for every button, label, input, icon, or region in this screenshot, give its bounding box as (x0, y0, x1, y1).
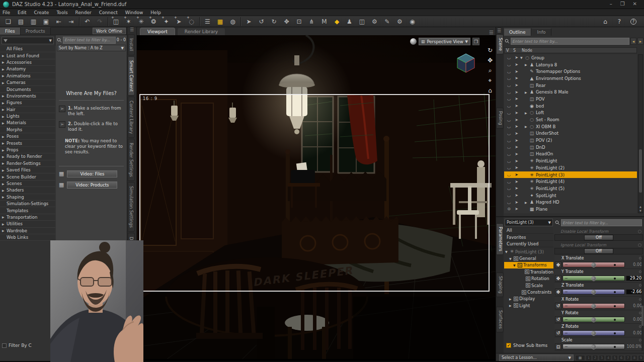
menu-item[interactable]: Create (34, 10, 49, 15)
scrollbar-thumb[interactable] (639, 149, 642, 193)
category-item[interactable]: Simulation-Settings (0, 201, 55, 207)
slider-track[interactable]: − (562, 317, 625, 322)
node-selection-tool-icon[interactable]: ➤ (243, 17, 255, 26)
category-item[interactable]: ▶ Cameras (0, 79, 55, 86)
param-tree-item[interactable]: ▼ ✳ PointLight (3) (504, 248, 553, 255)
selectability-toggle-icon[interactable]: ➤ (513, 131, 520, 136)
selectability-toggle-icon[interactable]: ➤ (513, 118, 520, 122)
viewport-pane-menu-icon[interactable]: ☰ (489, 30, 494, 35)
render-icon[interactable]: ◉ (406, 17, 419, 26)
selectability-toggle-icon[interactable]: ➤ (513, 179, 520, 184)
category-item[interactable]: ▶ Saved Files (0, 167, 55, 173)
slider-increment[interactable] (614, 264, 616, 266)
slider-value[interactable]: 0.00 (626, 331, 642, 335)
expand-arrow-icon[interactable]: ▶ (525, 111, 529, 115)
side-tab-scene[interactable]: Scene (496, 34, 504, 54)
orbit-tool-icon[interactable]: ↻ (268, 17, 280, 26)
maximize-button[interactable]: ❐ (620, 1, 625, 7)
selectability-toggle-icon[interactable]: ➤ (513, 90, 520, 95)
visibility-toggle-icon[interactable]: ◡ (505, 90, 513, 95)
render-settings-gear-icon[interactable]: ⚙ (393, 17, 406, 26)
side-tab-shaping[interactable]: Shaping (496, 273, 504, 297)
param-tree-item[interactable]: ▶ G Display (504, 296, 553, 302)
lesson-page-button[interactable]: 7 (625, 355, 631, 361)
scene-node-row[interactable]: ◡ ➤ ▶ ♟ Latonya 8 (504, 61, 637, 68)
selectability-toggle-icon[interactable]: ➤ (513, 138, 520, 143)
camera-selector-dropdown[interactable]: ⊞ Perspective View ▼ (419, 38, 470, 45)
slider-value[interactable]: -2.66 (626, 289, 642, 295)
selectability-toggle-icon[interactable]: ➤ (513, 152, 520, 156)
filter-prev-button[interactable]: ◂ (630, 38, 636, 45)
category-item[interactable]: ▶ Hair (0, 107, 55, 113)
visibility-toggle-icon[interactable]: ◡ (505, 152, 513, 156)
expand-arrow-icon[interactable]: ▼ (509, 257, 513, 260)
scene-node-row[interactable]: ◡ ➤ ✎ Tonemapper Options (504, 68, 637, 75)
slider-track[interactable]: − (562, 303, 625, 309)
slider-handle[interactable] (591, 317, 596, 322)
visibility-toggle-icon[interactable]: ◡ (505, 145, 513, 149)
selectability-toggle-icon[interactable]: ➤ (513, 165, 520, 170)
scene-node-row[interactable]: ◡ ➤ ◌ Set - Room (504, 116, 637, 123)
geometry-editor-icon[interactable]: M (318, 17, 331, 26)
lesson-page-button[interactable]: 8 (631, 355, 637, 361)
daz-home-icon[interactable]: ⌂ (600, 17, 611, 26)
menu-item[interactable]: Edit (18, 10, 26, 15)
toggle-off-button[interactable]: Off (584, 235, 613, 240)
lesson-page-button[interactable]: ▦ (575, 355, 585, 361)
category-item[interactable]: ▶ Lights (0, 113, 55, 120)
view-cube[interactable] (454, 51, 477, 74)
slider-track[interactable]: − (562, 344, 625, 349)
visibility-toggle-icon[interactable]: ◡ (505, 200, 513, 205)
scale-tool-icon[interactable]: ⊡ (293, 17, 305, 26)
menu-item[interactable]: Window (125, 10, 143, 15)
expand-arrow-icon[interactable]: ▶ (509, 297, 513, 301)
undo-icon[interactable]: ↶ (81, 17, 94, 26)
scrollbar-arrows[interactable]: ▲▼ (638, 205, 642, 213)
scene-node-row[interactable]: ◡ ➤ ▶ ♟ Genesis 8 Male (504, 88, 637, 96)
scene-node-row[interactable]: ◡ ➤ ◫ POV (504, 96, 637, 103)
category-item[interactable]: Web Links (0, 234, 55, 241)
tab-render-library[interactable]: Render Library (177, 28, 225, 35)
menu-item[interactable]: Render (75, 10, 92, 15)
video-button[interactable]: Video: Products (67, 182, 117, 189)
visibility-toggle-icon[interactable]: ◡ (505, 131, 513, 136)
slider-track[interactable]: − (562, 330, 625, 336)
side-tab-posing[interactable]: Posing (496, 108, 504, 129)
category-item[interactable]: ▶ Accessories (0, 59, 55, 66)
slider-decrement[interactable]: − (565, 344, 568, 349)
visibility-toggle-icon[interactable]: ◡ (505, 83, 513, 87)
viewport-canvas[interactable]: 16 : 9 DARK SLEEPER ⊞ Perspective View ▼… (137, 35, 496, 359)
slider-increment[interactable] (614, 291, 616, 293)
aux-viewport-icon[interactable]: ▦ (214, 17, 226, 26)
menu-item[interactable]: Connect (99, 10, 118, 15)
visibility-toggle-icon[interactable]: ◡ (505, 165, 513, 170)
import-icon[interactable]: ⇤ (52, 17, 65, 26)
visibility-toggle-icon[interactable]: ◡ (505, 97, 513, 101)
parameter-node-selector[interactable]: PointLight (3)▼ (505, 219, 553, 226)
slider-handle[interactable] (591, 331, 596, 336)
title-bar[interactable]: DAZ Studio 4.23 - Latonya_Anal_w_Friend.… (0, 0, 644, 9)
expand-arrow-icon[interactable]: ▶ (509, 304, 513, 307)
camera-tool-icon[interactable]: ◫ (356, 17, 368, 26)
category-item[interactable]: ▶ Animations (0, 73, 55, 79)
expand-arrow-icon[interactable]: ▶ (525, 63, 529, 66)
pane-menu-icon[interactable]: ☰ (497, 28, 501, 33)
visibility-toggle-icon[interactable]: ⊙ (505, 207, 513, 211)
lesson-page-button[interactable]: 4 (605, 355, 611, 361)
visibility-toggle-icon[interactable]: ◡ (505, 111, 513, 115)
selectability-toggle-icon[interactable]: ➤ (513, 55, 520, 60)
pane-tab[interactable]: Install (128, 34, 135, 55)
draw-style-sphere-icon[interactable] (410, 38, 417, 45)
category-filter-dropdown[interactable]: ▼ (2, 37, 54, 44)
slider-increment[interactable] (614, 319, 616, 321)
category-item[interactable]: ▶ Lost and Found (0, 52, 55, 59)
lesson-page-button[interactable]: 2 (592, 355, 598, 361)
visibility-toggle-icon[interactable]: ◡ (505, 76, 513, 80)
visibility-toggle-icon[interactable]: ◡ (505, 186, 513, 191)
slider-decrement[interactable]: − (565, 304, 568, 309)
frame-view-icon[interactable]: ⌖ (486, 76, 494, 84)
category-item[interactable]: ▶ Presets (0, 140, 55, 146)
scene-node-row[interactable]: ◡ ➤ ▶ ◌ XI OBM B (504, 123, 637, 130)
new-spotlight-icon[interactable]: ✶ (122, 17, 135, 26)
content-search-input[interactable] (63, 37, 116, 44)
